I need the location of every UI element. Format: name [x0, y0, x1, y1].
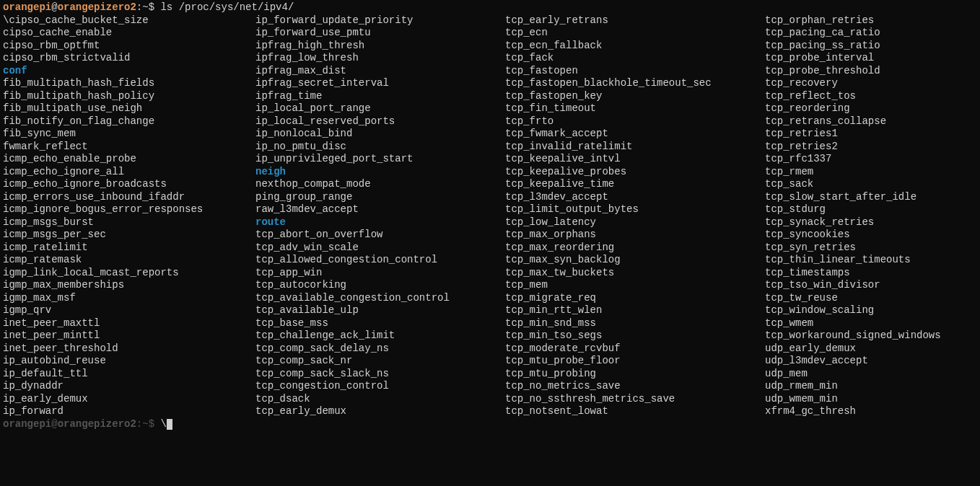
prompt-symbol: $ [149, 1, 154, 13]
file-entry: tcp_rmem [765, 166, 977, 179]
partial-prompt-at: @ [51, 418, 57, 430]
file-entry: udp_l3mdev_accept [765, 355, 977, 368]
file-entry: tcp_rfc1337 [765, 153, 977, 166]
terminal-window[interactable]: orangepi@orangepizero2:~$ ls /proc/sys/n… [0, 0, 980, 432]
file-entry: ipfrag_low_thresh [255, 52, 505, 65]
ls-output: \cipso_cache_bucket_sizecipso_cache_enab… [3, 14, 977, 418]
file-entry: raw_l3mdev_accept [255, 203, 505, 216]
file-entry: ip_forward_use_pmtu [255, 27, 505, 40]
file-entry: tcp_pacing_ca_ratio [765, 27, 977, 40]
directory-entry: route [255, 216, 505, 229]
file-entry: inet_peer_minttl [3, 330, 255, 343]
file-entry: tcp_limit_output_bytes [505, 203, 765, 216]
file-entry: xfrm4_gc_thresh [765, 405, 977, 418]
file-entry: tcp_retries1 [765, 128, 977, 141]
file-entry: ipfrag_high_thresh [255, 40, 505, 53]
file-entry: tcp_max_tw_buckets [505, 267, 765, 280]
file-entry: tcp_congestion_control [255, 380, 505, 393]
file-entry: tcp_early_demux [255, 405, 505, 418]
prompt-sep: : [136, 1, 142, 13]
partial-prompt-symbol: $ [149, 418, 154, 430]
file-entry: ip_autobind_reuse [3, 355, 255, 368]
command-line: orangepi@orangepizero2:~$ ls /proc/sys/n… [3, 1, 977, 14]
file-entry: tcp_mtu_probe_floor [505, 355, 765, 368]
file-entry: icmp_echo_ignore_all [3, 166, 255, 179]
file-entry: tcp_pacing_ss_ratio [765, 40, 977, 53]
file-entry: tcp_retrans_collapse [765, 115, 977, 128]
file-entry: tcp_autocorking [255, 279, 505, 292]
partial-input: \ [160, 418, 166, 430]
file-entry: tcp_fastopen_blackhole_timeout_sec [505, 77, 765, 90]
file-entry: tcp_min_tso_segs [505, 330, 765, 343]
prompt-host: orangepizero2 [58, 1, 136, 13]
file-entry: icmp_msgs_per_sec [3, 229, 255, 242]
directory-entry: neigh [255, 166, 505, 179]
file-entry: tcp_app_win [255, 267, 505, 280]
file-entry: tcp_retries2 [765, 141, 977, 154]
file-entry: igmp_max_memberships [3, 279, 255, 292]
file-entry: tcp_synack_retries [765, 216, 977, 229]
typed-command: ls /proc/sys/net/ipv4/ [160, 1, 294, 13]
file-entry: fib_notify_on_flag_change [3, 115, 255, 128]
file-entry: tcp_recovery [765, 77, 977, 90]
file-entry: tcp_ecn [505, 27, 765, 40]
partial-prompt-host: orangepizero2 [58, 418, 136, 430]
file-entry: fib_multipath_hash_fields [3, 77, 255, 90]
file-entry: tcp_probe_threshold [765, 65, 977, 78]
file-entry: tcp_fastopen_key [505, 90, 765, 103]
file-entry: tcp_max_orphans [505, 229, 765, 242]
file-entry: fwmark_reflect [3, 141, 255, 154]
file-entry: ip_forward [3, 405, 255, 418]
file-entry: tcp_invalid_ratelimit [505, 141, 765, 154]
file-entry: udp_rmem_min [765, 380, 977, 393]
file-entry: tcp_moderate_rcvbuf [505, 343, 765, 355]
file-entry: tcp_mem [505, 279, 765, 292]
file-entry: inet_peer_threshold [3, 343, 255, 355]
file-entry: tcp_fastopen [505, 65, 765, 78]
prompt-user: orangepi [3, 1, 51, 13]
file-entry: tcp_max_reordering [505, 242, 765, 255]
file-entry: icmp_echo_ignore_broadcasts [3, 178, 255, 191]
file-entry: tcp_base_mss [255, 317, 505, 330]
file-entry: tcp_workaround_signed_windows [765, 330, 977, 343]
file-entry: tcp_max_syn_backlog [505, 254, 765, 267]
file-entry: udp_early_demux [765, 343, 977, 355]
cursor-block [167, 419, 172, 430]
file-entry: ip_unprivileged_port_start [255, 153, 505, 166]
file-entry: tcp_fwmark_accept [505, 128, 765, 141]
partial-prompt-path: ~ [142, 418, 148, 430]
file-entry: fib_multipath_hash_policy [3, 90, 255, 103]
file-entry: tcp_low_latency [505, 216, 765, 229]
file-entry: tcp_early_retrans [505, 14, 765, 27]
file-entry: tcp_probe_interval [765, 52, 977, 65]
file-entry: udp_wmem_min [765, 393, 977, 406]
file-entry: nexthop_compat_mode [255, 178, 505, 191]
file-entry: tcp_dsack [255, 393, 505, 406]
file-entry: ip_default_ttl [3, 368, 255, 381]
file-entry: inet_peer_maxttl [3, 317, 255, 330]
file-entry: ip_early_demux [3, 393, 255, 406]
directory-entry: conf [3, 65, 255, 78]
file-entry: tcp_frto [505, 115, 765, 128]
file-entry: tcp_migrate_req [505, 292, 765, 305]
file-entry: tcp_sack [765, 178, 977, 191]
file-entry: icmp_echo_enable_probe [3, 153, 255, 166]
file-entry: tcp_syn_retries [765, 242, 977, 255]
prompt-path: ~ [142, 1, 148, 13]
file-entry: tcp_keepalive_intvl [505, 153, 765, 166]
file-entry: tcp_timestamps [765, 267, 977, 280]
file-entry: igmp_max_msf [3, 292, 255, 305]
file-entry: icmp_msgs_burst [3, 216, 255, 229]
file-entry: fib_sync_mem [3, 128, 255, 141]
next-prompt-line: orangepi@orangepizero2:~$ \ [3, 418, 977, 431]
file-entry: icmp_errors_use_inbound_ifaddr [3, 191, 255, 204]
file-entry: tcp_wmem [765, 317, 977, 330]
file-entry: ip_local_reserved_ports [255, 115, 505, 128]
file-entry: tcp_no_ssthresh_metrics_save [505, 393, 765, 406]
file-entry: udp_mem [765, 368, 977, 381]
file-entry: tcp_keepalive_probes [505, 166, 765, 179]
file-entry: tcp_orphan_retries [765, 14, 977, 27]
file-entry: tcp_l3mdev_accept [505, 191, 765, 204]
file-entry: tcp_comp_sack_delay_ns [255, 343, 505, 355]
file-entry: icmp_ignore_bogus_error_responses [3, 203, 255, 216]
